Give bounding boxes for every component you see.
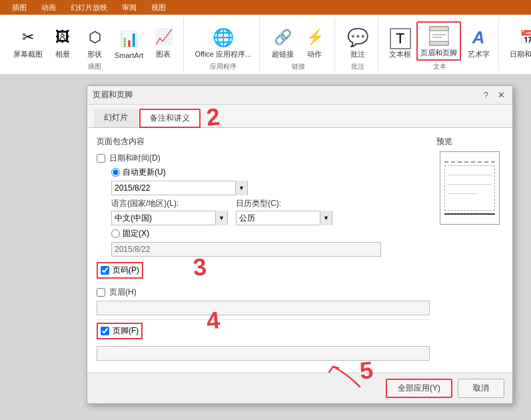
datetime-label: 日期和时间 (510, 49, 531, 59)
comments-group-label: 批注 (351, 61, 364, 71)
help-button[interactable]: ? (482, 90, 490, 100)
header-row: 页眉(H) (97, 287, 430, 298)
datetime-icon: 📅 (516, 25, 531, 49)
header-checkbox[interactable] (97, 288, 105, 297)
dialog-titlebar: 页眉和页脚 ? ✕ (87, 86, 512, 105)
textbox-icon: T (390, 28, 411, 49)
shape-button[interactable]: ⬡ 形状 (80, 24, 109, 61)
text-group-label: 文本 (433, 61, 446, 71)
apply-all-button[interactable]: 全部应用(Y) (386, 379, 452, 398)
dialog-controls: ? ✕ (482, 90, 507, 100)
dialog-body: 页面包含内容 日期和时间(D) 自动更新(U) 2015/8/22 ▼ (87, 128, 512, 373)
screenshot-button[interactable]: ✂ 屏幕截图 (11, 24, 45, 61)
fixed-input-row (111, 242, 430, 257)
hyperlink-label: 超链接 (272, 49, 294, 59)
wordart-button[interactable]: A 艺术字 (464, 24, 493, 61)
insert-group-label: 插图 (88, 61, 101, 71)
office-apps-icon: 🌐 (211, 25, 235, 49)
header-footer-icon (427, 24, 451, 48)
date-arrow: ▼ (235, 181, 247, 195)
ribbon-group-insert: ✂ 屏幕截图 🖼 相册 ⬡ 形状 📊 SmartArt 📈 图表 插图 (5, 18, 184, 71)
nav-tab-animation[interactable]: 动画 (35, 1, 63, 14)
preview-box (440, 151, 500, 225)
datetype-arrow: ▼ (320, 211, 332, 225)
preview-footer (444, 213, 495, 221)
preview-header (444, 155, 495, 163)
auto-update-label: 自动更新(U) (123, 167, 166, 178)
datetime-checkbox[interactable] (97, 154, 105, 163)
language-arrow: ▼ (215, 211, 227, 225)
page-number-row: 页码(P) (97, 262, 143, 279)
smartart-icon: 📊 (117, 27, 141, 51)
hyperlink-icon: 🔗 (270, 25, 294, 49)
nav-tab-review[interactable]: 审阅 (115, 1, 143, 14)
wordart-label: 艺术字 (468, 49, 490, 59)
textbox-button[interactable]: T 文本框 (386, 27, 414, 61)
office-apps-button[interactable]: 🌐 Office 应用程序... (192, 24, 254, 61)
screenshot-label: 屏幕截图 (13, 49, 43, 59)
header-text-input[interactable] (97, 301, 430, 315)
shape-icon: ⬡ (83, 25, 107, 49)
preview-panel: 预览 (436, 136, 503, 365)
footer-checkbox[interactable] (101, 327, 109, 335)
album-icon: 🖼 (51, 25, 75, 49)
ribbon-group-symbols: 📅 日期和时间 # 幻灯片 编号 ◻ 对象 π 公式 符号 (502, 18, 531, 71)
cancel-button[interactable]: 取消 (458, 379, 504, 398)
ribbon-group-comments: 💬 批注 批注 (338, 18, 378, 71)
datetime-label: 日期和时间(D) (109, 153, 161, 164)
comment-label: 批注 (350, 49, 365, 59)
preview-content (444, 165, 495, 211)
fixed-label: 固定(X) (123, 228, 149, 239)
nav-tab-slideshow[interactable]: 幻灯片放映 (64, 1, 114, 14)
header-field-row (97, 301, 430, 315)
header-label: 页眉(H) (109, 287, 137, 298)
datetime-button[interactable]: 📅 日期和时间 (507, 24, 531, 61)
header-footer-label: 页眉和页脚 (420, 48, 457, 58)
chart-button[interactable]: 📈 图表 (149, 24, 178, 61)
date-dropdown-row: 2015/8/22 ▼ (111, 181, 430, 195)
language-col: 语言(国家/地区)(L): 中文(中国) ▼ (111, 198, 228, 225)
section-title: 页面包含内容 (97, 136, 430, 147)
svg-rect-1 (430, 27, 448, 31)
page-number-label: 页码(P) (113, 265, 139, 276)
nav-tab-insert[interactable]: 插图 (5, 1, 33, 14)
dialog-title: 页眉和页脚 (93, 89, 133, 101)
dialog-tabs: 幻灯片 备注和讲义 (87, 105, 512, 128)
album-button[interactable]: 🖼 相册 (48, 24, 77, 61)
action-button[interactable]: ⚡ 动作 (300, 24, 329, 61)
textbox-label: 文本框 (389, 49, 411, 59)
language-label: 语言(国家/地区)(L): (111, 198, 228, 209)
fixed-row: 固定(X) (111, 228, 430, 239)
datetime-row: 日期和时间(D) (97, 153, 430, 164)
smartart-button[interactable]: 📊 SmartArt (112, 26, 146, 61)
fixed-date-input[interactable] (111, 242, 381, 257)
language-value: 中文(中国) (112, 213, 215, 224)
action-label: 动作 (307, 49, 322, 59)
auto-update-radio[interactable] (111, 168, 120, 177)
comment-button[interactable]: 💬 批注 (343, 24, 372, 61)
footer-label: 页脚(F) (113, 325, 139, 337)
footer-row: 页脚(F) (97, 323, 143, 339)
hyperlink-button[interactable]: 🔗 超链接 (268, 24, 297, 61)
shape-label: 形状 (87, 49, 102, 59)
page-number-checkbox[interactable] (101, 266, 109, 275)
fixed-radio[interactable] (111, 229, 120, 238)
tab-slides[interactable]: 幻灯片 (94, 109, 138, 127)
date-value: 2015/8/22 (112, 183, 235, 193)
datetype-value: 公历 (237, 213, 320, 224)
dialog-main: 页面包含内容 日期和时间(D) 自动更新(U) 2015/8/22 ▼ (97, 136, 430, 365)
footer-field-row (97, 346, 430, 361)
date-select[interactable]: 2015/8/22 ▼ (111, 181, 248, 195)
header-footer-button[interactable]: 页眉和页脚 (416, 21, 461, 61)
nav-tab-view[interactable]: 视图 (145, 1, 173, 14)
page-number-container: 页码(P) (97, 262, 430, 283)
language-select[interactable]: 中文(中国) ▼ (111, 211, 228, 225)
ribbon-group-apps: 🌐 Office 应用程序... 应用程序 (187, 18, 260, 71)
datetype-select[interactable]: 公历 ▼ (236, 211, 332, 225)
screenshot-icon: ✂ (16, 25, 40, 49)
tab-notes-handouts[interactable]: 备注和讲义 (139, 109, 201, 128)
close-button[interactable]: ✕ (496, 90, 507, 100)
footer-text-input[interactable] (97, 346, 430, 361)
ribbon: ✂ 屏幕截图 🖼 相册 ⬡ 形状 📊 SmartArt 📈 图表 插图 (0, 15, 531, 75)
wordart-icon: A (466, 25, 490, 49)
